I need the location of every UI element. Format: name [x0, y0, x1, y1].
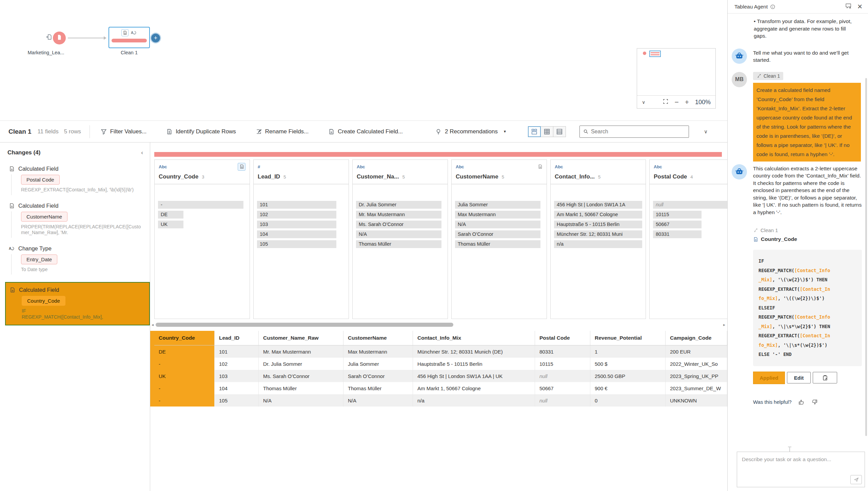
profile-value[interactable]: Hauptstraße 5 - 10115 Berlin	[554, 221, 642, 228]
grid-column-header-country-code[interactable]: Country_Code	[154, 331, 215, 345]
calculated-field-badge-icon[interactable]	[238, 163, 245, 171]
thumbs-down-icon[interactable]	[811, 399, 817, 405]
data-type-icon[interactable]: #	[258, 164, 260, 169]
scroll-left-icon[interactable]: ◂	[152, 322, 154, 327]
thumbs-up-icon[interactable]	[798, 399, 805, 405]
copy-button[interactable]	[813, 372, 837, 383]
profile-value[interactable]: N/A	[455, 221, 543, 228]
profile-card-country-code[interactable]: AbcCountry_Code3-DEUK	[154, 159, 250, 319]
profile-value[interactable]: 456 High St | London SW1A 1A	[554, 201, 642, 209]
profile-value[interactable]: 50667	[653, 221, 727, 228]
view-toggle-list[interactable]	[553, 126, 566, 137]
calculation-code-block[interactable]: IFREGEXP_MATCH([Contact_Info_Mix], '\(\w…	[753, 250, 862, 366]
grid-column-header-customer-name-raw[interactable]: Customer_Name_Raw	[259, 331, 343, 345]
input-node-label[interactable]: Marketing_Lea...	[20, 50, 72, 55]
change-item-customername[interactable]: Calculated FieldCustomerNamePROPER(TRIM(…	[0, 203, 150, 236]
zoom-in-icon[interactable]: +	[685, 99, 689, 105]
data-type-icon[interactable]: Abc	[555, 164, 563, 169]
profile-value[interactable]: DE	[158, 211, 246, 219]
change-item-country-code[interactable]: Calculated FieldCountry_CodeIF REGEXP_MA…	[5, 282, 150, 325]
clean-node-label[interactable]: Clean 1	[108, 50, 150, 55]
profile-value[interactable]: Mr. Max Mustermann	[356, 211, 444, 219]
profile-card-customername[interactable]: AbcCustomerName5Julia SommerMax Musterma…	[451, 159, 547, 319]
fit-to-screen-icon[interactable]	[663, 99, 668, 106]
profile-value[interactable]: Dr. Julia Sommer	[356, 201, 444, 209]
grid-column-header-postal-code[interactable]: Postal Code	[535, 331, 590, 345]
input-node[interactable]	[53, 32, 66, 44]
recommendations-button[interactable]: 2 Recommendations ▼	[435, 128, 507, 135]
profile-value[interactable]: Ms. Sarah O’Connor	[356, 221, 444, 228]
profile-value[interactable]: N/A	[356, 230, 444, 238]
profile-value[interactable]: null	[653, 201, 727, 209]
profile-value[interactable]: 101	[257, 201, 345, 209]
profile-value[interactable]: Thomas Müller	[455, 240, 543, 248]
calculated-field-badge-icon[interactable]	[121, 29, 129, 36]
field-pill[interactable]: Postal Code	[21, 175, 60, 185]
change-type-icon[interactable]: A	[130, 29, 137, 36]
table-row[interactable]: DE101Mr. Max MustermannMax MustermannMün…	[154, 345, 727, 358]
field-pill[interactable]: Country_Code	[22, 296, 65, 306]
profile-value[interactable]: Am Markt 1, 50667 Cologne	[554, 211, 642, 219]
profile-value[interactable]: 105	[257, 240, 345, 248]
profile-card-postal-code[interactable]: AbcPostal Code4null101155066780331	[649, 159, 727, 319]
table-row[interactable]: -105N/AN/An/anull0UNKNOWN	[154, 394, 727, 407]
profile-value[interactable]: Sarah O’Connor	[455, 230, 543, 238]
table-row[interactable]: -102Dr. Julia SommerJulia SommerHauptstr…	[154, 358, 727, 370]
minimap-viewport[interactable]	[637, 49, 715, 96]
zoom-out-icon[interactable]: −	[674, 99, 678, 105]
calculated-field-badge-icon[interactable]	[538, 164, 542, 169]
data-type-icon[interactable]: Abc	[357, 164, 365, 169]
change-item-postal-code[interactable]: Calculated FieldPostal CodeREGEXP_EXTRAC…	[0, 166, 150, 193]
clean-node[interactable]: A	[108, 27, 150, 48]
grid-column-header-lead-id[interactable]: Lead_ID	[215, 331, 259, 345]
chat-input[interactable]	[737, 452, 865, 487]
add-step-button[interactable]: +	[151, 34, 160, 42]
profile-value[interactable]: -	[158, 201, 246, 209]
scroll-right-icon[interactable]: ▸	[723, 322, 725, 327]
profile-card-lead-id[interactable]: #Lead_ID5101102103104105	[253, 159, 349, 319]
dismiss-chat-icon[interactable]	[845, 3, 852, 10]
profile-value[interactable]: 80331	[653, 230, 727, 238]
view-toggle-grid[interactable]	[540, 126, 553, 137]
table-row[interactable]: UK103Ms. Sarah O’ConnorSarah O’Connor456…	[154, 370, 727, 382]
profile-horizontal-scrollbar[interactable]: ◂ ▸	[150, 321, 727, 328]
profile-value[interactable]: 10115	[653, 211, 727, 219]
grid-column-header-revenue-potential[interactable]: Revenue_Potential	[590, 331, 666, 345]
flow-minimap[interactable]: ∨ − + 100%	[637, 48, 716, 109]
profile-value[interactable]: Julia Sommer	[455, 201, 543, 209]
toolbar-action-create-calculated-field[interactable]: Create Calculated Field...	[328, 128, 403, 135]
collapse-panel-icon[interactable]: ‹	[141, 149, 143, 156]
close-icon[interactable]: ✕	[857, 3, 863, 10]
agent-scrollbar[interactable]	[865, 78, 867, 436]
toolbar-action-filter-values[interactable]: Filter Values...	[101, 128, 146, 135]
edit-button[interactable]: Edit	[787, 372, 811, 383]
profile-card-customer-na[interactable]: AbcCustomer_Na...5Dr. Julia SommerMr. Ma…	[352, 159, 448, 319]
table-row[interactable]: -104Thomas MüllerThomas MüllerAm Markt 1…	[154, 382, 727, 394]
profile-value[interactable]: UK	[158, 221, 246, 228]
search-input[interactable]	[591, 129, 685, 135]
data-type-icon[interactable]: Abc	[654, 164, 662, 169]
profile-value[interactable]: Max Mustermann	[455, 211, 543, 219]
view-toggle-profile[interactable]	[528, 126, 541, 137]
grid-column-header-campaign-code[interactable]: Campaign_Code	[666, 331, 727, 345]
flow-canvas[interactable]: Marketing_Lea... A + Clean 1 ∨	[0, 0, 727, 121]
scrollbar-thumb[interactable]	[156, 323, 453, 327]
field-pill[interactable]: Entry_Date	[21, 254, 57, 264]
applied-button[interactable]: Applied	[753, 372, 785, 384]
profile-value[interactable]: 104	[257, 230, 345, 238]
agent-conversation[interactable]: • Transform your data. For example, pivo…	[728, 14, 868, 405]
grid-column-header-customername[interactable]: CustomerName	[343, 331, 413, 345]
grid-column-header-contact-info-mix[interactable]: Contact_Info_Mix	[413, 331, 535, 345]
info-icon[interactable]	[770, 4, 775, 9]
profile-value[interactable]: 102	[257, 211, 345, 219]
profile-value[interactable]: 103	[257, 221, 345, 228]
change-item-entry-date[interactable]: AChange TypeEntry_DateTo Date type	[0, 245, 150, 273]
profile-value[interactable]: n/a	[554, 240, 642, 248]
chat-input-box[interactable]	[737, 452, 865, 487]
profile-value[interactable]: Thomas Müller	[356, 240, 444, 248]
send-button[interactable]	[850, 475, 862, 484]
toolbar-action-identify-duplicate-rows[interactable]: Identify Duplicate Rows	[166, 128, 236, 135]
chevron-down-icon[interactable]: ∨	[642, 99, 645, 105]
profile-value[interactable]: Münchner Str. 12; 80331 Muni	[554, 230, 642, 238]
field-pill[interactable]: CustomerName	[21, 212, 67, 222]
